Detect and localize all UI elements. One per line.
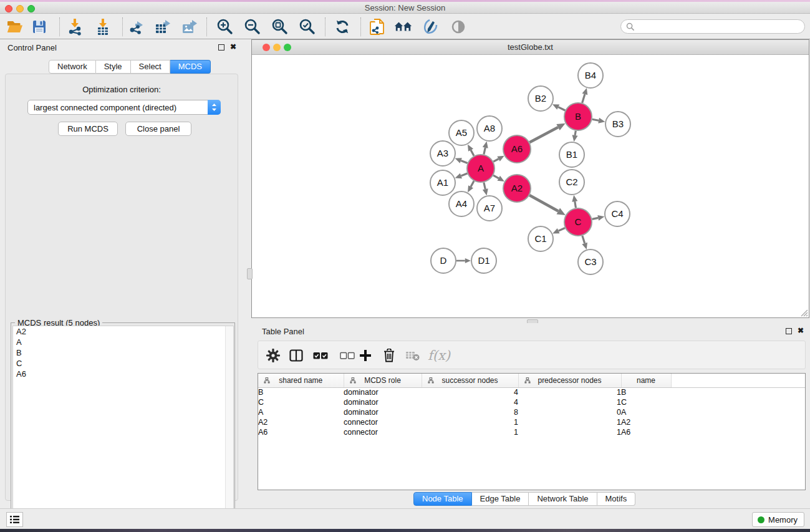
- app-minimize-button[interactable]: [16, 5, 24, 12]
- table-row[interactable]: Adominator80A: [258, 407, 806, 417]
- table-cell[interactable]: 1: [422, 417, 518, 427]
- float-panel-icon[interactable]: [218, 44, 224, 51]
- search-field[interactable]: [620, 19, 805, 34]
- column-header-name[interactable]: name: [621, 374, 671, 387]
- style-brush-icon[interactable]: [421, 18, 440, 36]
- show-hide-eye-icon[interactable]: [449, 18, 468, 36]
- table-cell[interactable]: 1: [518, 417, 621, 427]
- run-mcds-button[interactable]: Run MCDS: [58, 122, 118, 136]
- result-list-item[interactable]: C: [13, 358, 233, 369]
- result-list-item[interactable]: A6: [13, 369, 233, 379]
- network-canvas[interactable]: B4B2BB3A8A5A6A3B1AA1C2A2A4A7C4CC1C3DD1: [252, 56, 809, 317]
- new-network-from-file-icon[interactable]: [368, 18, 387, 36]
- export-table-icon[interactable]: [153, 18, 172, 36]
- table-cell[interactable]: 0: [518, 407, 621, 417]
- table-cell[interactable]: A6: [621, 427, 671, 437]
- column-header-MCDS-role[interactable]: MCDS role: [344, 374, 422, 387]
- search-input[interactable]: [637, 22, 804, 31]
- window-resize-grip[interactable]: [799, 308, 808, 317]
- export-image-icon[interactable]: [180, 18, 199, 36]
- zoom-fit-icon[interactable]: [271, 18, 289, 36]
- network-zoom-button[interactable]: [284, 44, 291, 51]
- edge-A-A6[interactable]: [493, 159, 498, 162]
- float-panel-icon[interactable]: [786, 328, 792, 334]
- function-builder-icon[interactable]: f(x): [428, 347, 450, 364]
- table-cell[interactable]: B: [621, 387, 671, 397]
- task-history-button[interactable]: [6, 512, 23, 527]
- edge-A2-C[interactable]: [529, 195, 558, 211]
- table-cell[interactable]: A: [258, 407, 344, 417]
- edge-A6-B[interactable]: [529, 127, 558, 142]
- network-window-titlebar[interactable]: testGlobe.txt: [252, 40, 809, 55]
- node-table[interactable]: shared nameMCDS rolesuccessor nodesprede…: [258, 373, 806, 490]
- table-row[interactable]: Cdominator41C: [258, 397, 806, 407]
- edge-B-B4[interactable]: [582, 94, 585, 103]
- table-cell[interactable]: B: [258, 387, 344, 397]
- edge-C-C1[interactable]: [559, 228, 565, 231]
- edge-A-A4[interactable]: [471, 181, 474, 186]
- tab-node-table[interactable]: Node Table: [413, 492, 472, 506]
- network-minimize-button[interactable]: [273, 44, 281, 51]
- refresh-icon[interactable]: [333, 18, 352, 36]
- edge-B-B1[interactable]: [575, 131, 576, 135]
- edge-A-A7[interactable]: [484, 182, 485, 189]
- table-cell[interactable]: 1: [422, 427, 518, 437]
- table-cell[interactable]: A2: [621, 417, 671, 427]
- vertical-split-handle[interactable]: [247, 268, 253, 279]
- zoom-out-icon[interactable]: [243, 18, 262, 36]
- edge-A-A2[interactable]: [493, 175, 499, 178]
- edge-A-A5[interactable]: [471, 150, 474, 156]
- close-panel-icon[interactable]: ✖: [798, 326, 804, 335]
- result-list-item[interactable]: A2: [13, 326, 233, 337]
- import-table-icon[interactable]: [94, 18, 112, 36]
- save-session-icon[interactable]: [30, 18, 49, 36]
- table-cell[interactable]: dominator: [344, 407, 422, 417]
- tab-select[interactable]: Select: [131, 60, 170, 74]
- table-cell[interactable]: C: [621, 397, 671, 407]
- delete-table-icon[interactable]: [405, 347, 420, 364]
- edge-C-C4[interactable]: [592, 218, 599, 219]
- table-cell[interactable]: C: [258, 397, 344, 407]
- edge-A-A3[interactable]: [461, 160, 467, 163]
- column-header-successor-nodes[interactable]: successor nodes: [422, 374, 518, 387]
- result-list-scrollbar[interactable]: [225, 326, 233, 531]
- table-cell[interactable]: A6: [258, 427, 344, 437]
- tab-motifs[interactable]: Motifs: [597, 492, 636, 506]
- column-header-shared-name[interactable]: shared name: [258, 374, 344, 387]
- tab-mcds[interactable]: MCDS: [170, 60, 211, 74]
- mcds-result-list[interactable]: A2ABCA6: [12, 326, 234, 532]
- select-all-checkboxes-icon[interactable]: [313, 347, 328, 364]
- table-cell[interactable]: dominator: [344, 397, 422, 407]
- network-close-button[interactable]: [263, 44, 270, 51]
- zoom-in-icon[interactable]: [216, 18, 234, 36]
- memory-button[interactable]: Memory: [752, 512, 804, 527]
- show-columns-icon[interactable]: [289, 347, 304, 364]
- table-cell[interactable]: 4: [422, 387, 518, 397]
- table-settings-gear-icon[interactable]: [266, 347, 281, 364]
- table-cell[interactable]: connector: [344, 417, 422, 427]
- edge-C-C2[interactable]: [575, 201, 576, 208]
- criterion-dropdown[interactable]: largest connected component (directed): [27, 100, 221, 115]
- close-panel-icon[interactable]: ✖: [230, 42, 236, 51]
- table-row[interactable]: A2connector11A2: [258, 417, 806, 427]
- export-network-icon[interactable]: [127, 18, 146, 36]
- table-row[interactable]: Bdominator41B: [258, 387, 806, 397]
- delete-column-trash-icon[interactable]: [383, 347, 395, 364]
- result-list-item[interactable]: B: [13, 347, 233, 358]
- zoom-selected-icon[interactable]: [298, 18, 317, 36]
- tab-network-table[interactable]: Network Table: [529, 492, 597, 506]
- open-folder-icon[interactable]: [5, 18, 24, 36]
- table-cell[interactable]: 8: [422, 407, 518, 417]
- edge-A-A8[interactable]: [484, 148, 485, 155]
- import-network-icon[interactable]: [65, 18, 84, 36]
- tab-edge-table[interactable]: Edge Table: [472, 492, 529, 506]
- table-row[interactable]: A6connector11A6: [258, 427, 806, 437]
- table-cell[interactable]: A: [621, 407, 671, 417]
- table-cell[interactable]: 1: [518, 397, 621, 407]
- app-zoom-button[interactable]: [27, 5, 35, 12]
- app-close-button[interactable]: [5, 5, 12, 12]
- home-layouts-icon[interactable]: [394, 18, 413, 36]
- table-cell[interactable]: 1: [518, 387, 621, 397]
- table-cell[interactable]: 1: [518, 427, 621, 437]
- edge-A-A1[interactable]: [461, 173, 467, 176]
